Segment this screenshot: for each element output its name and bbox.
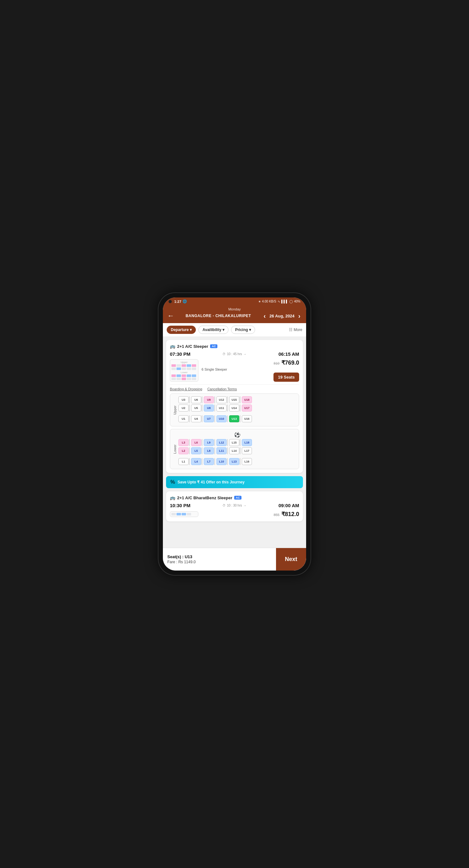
bluetooth-icon: ∗ xyxy=(258,300,261,303)
offer-banner[interactable]: % Save Upto ₹ 41 Offer on this Journey xyxy=(166,476,303,488)
duration-icon-2: ⏱ xyxy=(223,504,226,507)
seat-U16[interactable]: U16 xyxy=(242,415,252,422)
offer-text: Save Upto ₹ 41 Offer on this Journey xyxy=(177,480,244,484)
status-battery: 40% xyxy=(294,300,300,303)
status-bar: 1:27 🌐 ∗ 4.00 KB/S ∿ ▌▌▌ ◯ 40% xyxy=(163,298,306,305)
current-price-2: ₹812.0 xyxy=(282,511,299,518)
bus-card-2: 🚌 2+1 A/C BharatBenz Sleeper AC 10:30 PM… xyxy=(166,491,303,521)
seat-L8[interactable]: L8 xyxy=(204,447,215,454)
phone-shell: 1:27 🌐 ∗ 4.00 KB/S ∿ ▌▌▌ ◯ 40% Monday ← … xyxy=(158,293,311,575)
seat-L3[interactable]: L3 xyxy=(178,439,190,446)
seat-U2[interactable]: U2 xyxy=(178,405,190,411)
seat-U11[interactable]: U11 xyxy=(216,405,228,411)
bus-type-row-1: 🚌 2+1 A/C Sleeper AC xyxy=(170,344,299,349)
duration-text-2: 10 : 30 hrs xyxy=(227,504,242,507)
seat-L1[interactable]: L1 xyxy=(178,458,190,465)
fare-info: Fare : Rs 1149.0 xyxy=(167,560,271,564)
seat-L7[interactable]: L7 xyxy=(204,458,215,465)
duration-row-2: ⏱ 10 : 30 hrs → xyxy=(223,504,246,507)
seat-U6[interactable]: U6 xyxy=(191,396,203,403)
next-button[interactable]: Next xyxy=(276,548,306,570)
seat-U4[interactable]: U4 xyxy=(191,415,203,422)
links-row-1: Boarding & Dropping Cancellation Terms xyxy=(170,384,299,391)
seat-L9[interactable]: L9 xyxy=(204,439,215,446)
header: Monday ← BANGALORE - CHILAKALURIPET ‹ 26… xyxy=(163,305,306,323)
filter-bar: Departure ▾ Availibility ▾ Pricing ▾ ☷ M… xyxy=(163,323,306,337)
seat-L18[interactable]: L18 xyxy=(242,439,252,446)
seat-thumbnail-2 xyxy=(170,511,198,517)
seat-U13[interactable]: U13 xyxy=(229,415,240,422)
bus-icon-1: 🚌 xyxy=(170,344,175,349)
arrow-icon: → xyxy=(243,352,246,356)
more-filter[interactable]: ☷ More xyxy=(289,328,302,332)
seat-U12[interactable]: U12 xyxy=(216,396,228,403)
upper-row-2: U2 U5 U8 U11 xyxy=(178,405,296,411)
status-signal: 4.00 KB/S xyxy=(262,300,276,303)
upper-row-1: U3 U6 U9 U12 xyxy=(178,396,296,403)
seat-L6[interactable]: L6 xyxy=(191,439,203,446)
ac-badge-2: AC xyxy=(234,496,241,500)
header-day: Monday xyxy=(167,307,302,311)
seat-L15[interactable]: L15 xyxy=(229,439,240,446)
bus-type-name-1: 2+1 A/C Sleeper xyxy=(177,344,208,349)
original-price-2: 855 xyxy=(274,513,280,517)
seat-L17[interactable]: L17 xyxy=(242,447,252,454)
seat-U18[interactable]: U18 xyxy=(242,396,252,403)
seats-button-1[interactable]: 19 Seats xyxy=(273,373,299,382)
seat-U3[interactable]: U3 xyxy=(178,396,190,403)
seat-U5[interactable]: U5 xyxy=(191,405,203,411)
boarding-dropping-link[interactable]: Boarding & Dropping xyxy=(170,387,202,391)
seat-L11[interactable]: L11 xyxy=(216,447,228,454)
header-route: BANGALORE - CHILAKALURIPET xyxy=(174,314,262,318)
filter-icon: ☷ xyxy=(289,328,292,332)
seat-L10[interactable]: L10 xyxy=(216,458,228,465)
offer-icon: % xyxy=(171,479,175,485)
upper-seat-map: Upper U3 U6 xyxy=(170,394,299,426)
scroll-content: 🚌 2+1 A/C Sleeper AC 07:30 PM ⏱ 10 : 45 … xyxy=(163,337,306,548)
seat-L16[interactable]: L16 xyxy=(242,458,252,465)
duration-row-1: ⏱ 10 : 45 hrs → xyxy=(223,352,246,356)
status-network-icon: 🌐 xyxy=(182,299,187,304)
seat-U1[interactable]: U1 xyxy=(178,415,190,422)
seat-U10[interactable]: U10 xyxy=(216,415,228,422)
status-left: 1:27 🌐 xyxy=(169,299,187,304)
availability-filter[interactable]: Availibility ▾ xyxy=(198,326,229,334)
bus-type-row-2: 🚌 2+1 A/C BharatBenz Sleeper AC xyxy=(170,495,299,500)
seat-U7[interactable]: U7 xyxy=(204,415,215,422)
lower-row-1: L3 L6 L9 L12 xyxy=(178,439,296,446)
status-time: 1:27 xyxy=(174,300,181,304)
ac-badge-1: AC xyxy=(210,344,217,348)
lower-row-3: L1 L4 L7 L10 xyxy=(178,458,296,465)
seat-L2[interactable]: L2 xyxy=(178,447,190,454)
prev-date-button[interactable]: ‹ xyxy=(262,312,267,320)
seat-L4[interactable]: L4 xyxy=(191,458,203,465)
seat-U9[interactable]: U9 xyxy=(204,396,215,403)
original-price-1: 810 xyxy=(274,362,280,365)
seat-L12[interactable]: L12 xyxy=(216,439,228,446)
back-button[interactable]: ← xyxy=(167,312,174,320)
fare-value: : Rs 1149.0 xyxy=(176,560,196,564)
seat-L5[interactable]: L5 xyxy=(191,447,203,454)
bus-icon-2: 🚌 xyxy=(170,495,175,500)
fare-label: Fare xyxy=(167,560,175,564)
duration-text-1: 10 : 45 hrs xyxy=(227,352,242,356)
header-nav: ← BANGALORE - CHILAKALURIPET ‹ 26 Aug, 2… xyxy=(167,312,302,320)
lower-row-2: L2 L5 L8 L11 xyxy=(178,447,296,454)
timing-row-1: 07:30 PM ⏱ 10 : 45 hrs → 06:15 AM xyxy=(170,351,299,357)
timing-row-2: 10:30 PM ⏱ 10 : 30 hrs → 09:00 AM xyxy=(170,503,299,508)
camera-dot xyxy=(169,300,172,303)
duration-icon: ⏱ xyxy=(223,352,226,356)
seat-L13[interactable]: L13 xyxy=(229,458,240,465)
departure-filter[interactable]: Departure ▾ xyxy=(167,326,196,334)
upper-row-3: U1 U4 U7 U10 xyxy=(178,415,296,422)
seat-U14[interactable]: U14 xyxy=(229,405,240,411)
cancellation-link[interactable]: Cancellation Terms xyxy=(207,387,237,391)
arrive-time-1: 06:15 AM xyxy=(279,351,299,357)
seat-L14[interactable]: L14 xyxy=(229,447,240,454)
header-date: 26 Aug, 2024 xyxy=(269,314,294,318)
next-date-button[interactable]: › xyxy=(297,312,302,320)
seat-U8[interactable]: U8 xyxy=(204,405,215,411)
seat-U17[interactable]: U17 xyxy=(242,405,252,411)
seat-U15[interactable]: U15 xyxy=(229,396,240,403)
pricing-filter[interactable]: Pricing ▾ xyxy=(231,326,255,334)
